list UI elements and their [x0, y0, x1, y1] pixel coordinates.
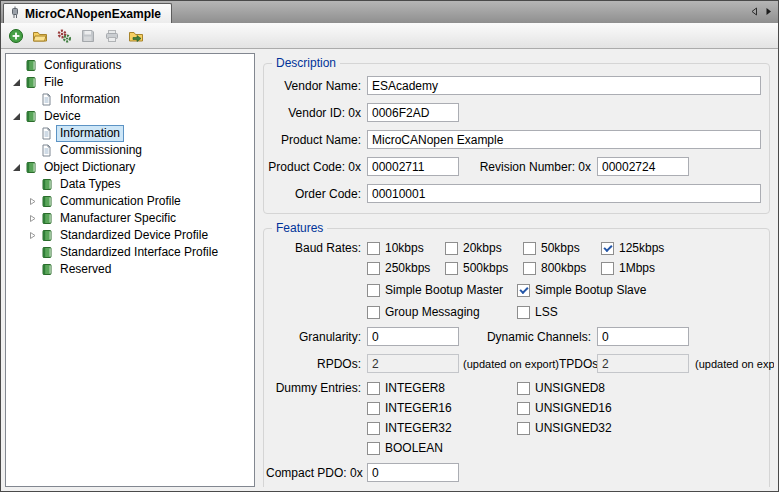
tree-item-data-types[interactable]: Data Types: [6, 176, 254, 193]
tree-item-commissioning[interactable]: Commissioning: [6, 142, 254, 159]
integer8-checkbox[interactable]: INTEGER8: [367, 381, 517, 395]
checkbox-label: 125kbps: [619, 241, 664, 255]
unsigned32-checkbox[interactable]: UNSIGNED32: [517, 421, 667, 435]
baud-50kbps-checkbox[interactable]: 50kbps: [523, 241, 601, 255]
unsigned16-checkbox[interactable]: UNSIGNED16: [517, 401, 667, 415]
baud-250kbps-checkbox[interactable]: 250kbps: [367, 261, 445, 275]
save-icon[interactable]: [77, 25, 99, 46]
checkbox-input[interactable]: [445, 242, 458, 255]
vendor-name-label: Vendor Name:: [266, 79, 361, 93]
tree-item-configurations[interactable]: Configurations: [6, 57, 254, 74]
tree-item-object-dictionary[interactable]: Object Dictionary: [6, 159, 254, 176]
open-folder-icon[interactable]: [29, 25, 51, 46]
simple-bootup-master-checkbox[interactable]: Simple Bootup Master: [367, 283, 517, 297]
tree-item-file[interactable]: File: [6, 74, 254, 91]
unsigned8-checkbox[interactable]: UNSIGNED8: [517, 381, 667, 395]
rpdos-input: [367, 354, 459, 373]
compact-pdo-input[interactable]: [367, 463, 459, 482]
groupbox-title: Description: [272, 56, 340, 70]
new-icon[interactable]: [5, 25, 27, 46]
collapsed-icon[interactable]: [26, 197, 38, 206]
boolean-checkbox[interactable]: BOOLEAN: [367, 441, 517, 455]
baud-20kbps-checkbox[interactable]: 20kbps: [445, 241, 523, 255]
checkbox-label: UNSIGNED32: [535, 421, 612, 435]
product-name-input[interactable]: [367, 130, 761, 149]
baud-125kbps-checkbox[interactable]: 125kbps: [601, 241, 679, 255]
checkbox-input[interactable]: [367, 242, 380, 255]
tree-item-label: Object Dictionary: [40, 159, 139, 176]
pdo-mid-cell: (updated on export) TPDOs:: [463, 357, 591, 371]
scroll-right-icon[interactable]: [765, 7, 773, 16]
integer32-checkbox[interactable]: INTEGER32: [367, 421, 517, 435]
gears-icon[interactable]: [53, 25, 75, 46]
checkbox-input[interactable]: [445, 262, 458, 275]
checkbox-input[interactable]: [523, 262, 536, 275]
vendor-name-input[interactable]: [367, 76, 761, 95]
baud-1mbps-checkbox[interactable]: 1Mbps: [601, 261, 679, 275]
checkbox-input[interactable]: [517, 422, 530, 435]
expanded-icon[interactable]: [10, 78, 22, 87]
tree-item-standardized-interface-profile[interactable]: Standardized Interface Profile: [6, 244, 254, 261]
checkbox-input[interactable]: [367, 442, 380, 455]
tree-item-device[interactable]: Device: [6, 108, 254, 125]
bootup-row: Simple Bootup Master Simple Bootup Slave: [266, 283, 761, 297]
granularity-input[interactable]: [367, 327, 459, 346]
checkbox-input[interactable]: [517, 402, 530, 415]
print-icon[interactable]: [101, 25, 123, 46]
checkbox-input[interactable]: [517, 306, 530, 319]
dummy-entries-row-2: INTEGER16 UNSIGNED16: [266, 401, 761, 415]
export-folder-icon[interactable]: [125, 25, 147, 46]
tpdos-label: TPDOs:: [559, 357, 602, 371]
revision-number-input[interactable]: [597, 157, 689, 176]
lss-checkbox[interactable]: LSS: [517, 305, 667, 319]
tree-item-manufacturer-specific[interactable]: Manufacturer Specific: [6, 210, 254, 227]
order-code-input[interactable]: [367, 184, 761, 203]
collapsed-icon[interactable]: [26, 214, 38, 223]
form-panel: Description Vendor Name: Vendor ID: 0x P…: [259, 53, 774, 487]
tree-item-reserved[interactable]: Reserved: [6, 261, 254, 278]
misc-options-row: Group Messaging LSS: [266, 305, 761, 319]
checkbox-input[interactable]: [523, 242, 536, 255]
tab-strip: MicroCANopenExample: [1, 1, 778, 23]
revision-number-label: Revision Number: 0x: [463, 160, 591, 174]
rpdos-label: RPDOs:: [266, 357, 361, 371]
simple-bootup-slave-checkbox[interactable]: Simple Bootup Slave: [517, 283, 667, 297]
main-content: Configurations File Information Device: [1, 49, 778, 491]
navigation-tree[interactable]: Configurations File Information Device: [5, 53, 255, 487]
tree-item-file-information[interactable]: Information: [6, 91, 254, 108]
integer16-checkbox[interactable]: INTEGER16: [367, 401, 517, 415]
checkbox-input[interactable]: [367, 382, 380, 395]
baud-800kbps-checkbox[interactable]: 800kbps: [523, 261, 601, 275]
expanded-icon[interactable]: [10, 163, 22, 172]
tree-item-communication-profile[interactable]: Communication Profile: [6, 193, 254, 210]
scroll-left-icon[interactable]: [750, 7, 758, 16]
checkbox-input[interactable]: [367, 306, 380, 319]
vendor-id-input[interactable]: [367, 103, 459, 122]
tab-microcanopenexample[interactable]: MicroCANopenExample: [3, 3, 172, 23]
tree-item-device-information[interactable]: Information: [6, 125, 254, 142]
checkbox-label: INTEGER16: [385, 401, 452, 415]
checkbox-input[interactable]: [517, 284, 530, 297]
checkbox-input[interactable]: [517, 382, 530, 395]
baud-500kbps-checkbox[interactable]: 500kbps: [445, 261, 523, 275]
tree-item-standardized-device-profile[interactable]: Standardized Device Profile: [6, 227, 254, 244]
device-icon: [9, 6, 21, 22]
checkbox-input[interactable]: [367, 262, 380, 275]
checkbox-input[interactable]: [367, 422, 380, 435]
groupbox-title: Features: [272, 221, 327, 235]
checkbox-input[interactable]: [601, 262, 614, 275]
checkbox-input[interactable]: [367, 284, 380, 297]
group-messaging-checkbox[interactable]: Group Messaging: [367, 305, 517, 319]
baud-10kbps-checkbox[interactable]: 10kbps: [367, 241, 445, 255]
checkbox-input[interactable]: [601, 242, 614, 255]
tree-item-label: Commissioning: [56, 142, 146, 159]
dummy-entries-row-3: INTEGER32 UNSIGNED32: [266, 421, 761, 435]
expanded-icon[interactable]: [10, 112, 22, 121]
checkbox-input[interactable]: [367, 402, 380, 415]
dynamic-channels-input[interactable]: [597, 327, 689, 346]
order-code-row: Order Code:: [266, 184, 761, 203]
tree-item-label: Reserved: [56, 261, 115, 278]
collapsed-icon[interactable]: [26, 231, 38, 240]
tree-item-label: File: [40, 74, 67, 91]
product-code-input[interactable]: [367, 157, 459, 176]
